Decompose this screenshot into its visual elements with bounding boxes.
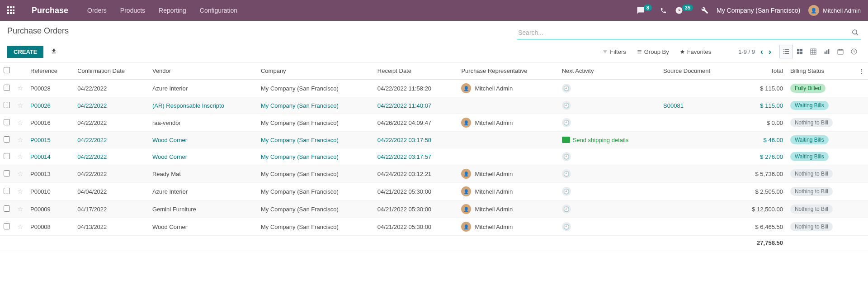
apps-icon[interactable]: [7, 6, 15, 14]
table-row[interactable]: ☆ P00013 04/22/2022 Ready Mat My Company…: [0, 165, 868, 183]
search-icon[interactable]: [852, 29, 859, 38]
th-source[interactable]: Source Document: [660, 62, 734, 80]
table-row[interactable]: ☆ P00008 04/13/2022 Wood Corner My Compa…: [0, 218, 868, 236]
pager[interactable]: 1-9 / 9: [738, 48, 755, 55]
table-row[interactable]: ☆ P00014 04/22/2022 Wood Corner My Compa…: [0, 148, 868, 165]
row-checkbox[interactable]: [4, 223, 10, 229]
star-icon[interactable]: ☆: [17, 136, 23, 143]
cell-status: Nothing to Bill: [787, 165, 855, 183]
download-icon[interactable]: [49, 46, 59, 57]
th-confirmation[interactable]: Confirmation Date: [74, 62, 149, 80]
star-icon[interactable]: ☆: [17, 119, 23, 126]
th-more-icon[interactable]: ⋮: [855, 62, 868, 80]
row-checkbox[interactable]: [4, 119, 10, 125]
activities-icon[interactable]: 35: [675, 6, 693, 14]
menu-orders[interactable]: Orders: [87, 7, 107, 14]
user-menu[interactable]: 👤 Mitchell Admin: [808, 5, 861, 16]
row-checkbox[interactable]: [4, 170, 10, 176]
company-selector[interactable]: My Company (San Francisco): [717, 7, 800, 14]
view-kanban-icon[interactable]: [793, 45, 807, 58]
star-icon[interactable]: ☆: [17, 223, 23, 230]
svg-rect-9: [811, 49, 816, 54]
table-row[interactable]: ☆ P00026 04/22/2022 (AR) Responsable Ins…: [0, 97, 868, 114]
row-checkbox[interactable]: [4, 136, 10, 143]
cell-ref: P00008: [27, 218, 74, 236]
row-checkbox[interactable]: [4, 85, 10, 91]
cell-rep: 👤Mitchell Admin: [458, 183, 558, 200]
table-row[interactable]: ☆ P00016 04/22/2022 raa-vendor My Compan…: [0, 114, 868, 132]
cell-source: [660, 165, 734, 183]
cell-status: Nothing to Bill: [787, 114, 855, 132]
th-reference[interactable]: Reference: [27, 62, 74, 80]
menu-reporting[interactable]: Reporting: [159, 7, 186, 14]
control-panel: Purchase Orders CREATE Filters Group By: [0, 21, 868, 62]
table-row[interactable]: ☆ P00009 04/17/2022 Gemini Furniture My …: [0, 200, 868, 218]
row-checkbox[interactable]: [4, 188, 10, 194]
discuss-icon[interactable]: 8: [637, 6, 652, 14]
clock-icon[interactable]: 🕘: [562, 187, 571, 196]
clock-icon[interactable]: 🕘: [562, 118, 571, 127]
view-pivot-icon[interactable]: [807, 45, 820, 58]
clock-icon[interactable]: 🕘: [562, 222, 571, 231]
table-row[interactable]: ☆ P00015 04/22/2022 Wood Corner My Compa…: [0, 132, 868, 148]
favorites-button[interactable]: Favorites: [680, 48, 711, 55]
row-checkbox[interactable]: [4, 205, 10, 212]
avatar: 👤: [461, 83, 471, 93]
pager-next-icon[interactable]: ›: [769, 47, 771, 57]
cell-rep: [458, 148, 558, 165]
row-checkbox[interactable]: [4, 102, 10, 108]
view-graph-icon[interactable]: [820, 45, 834, 58]
cell-receipt: 04/22/2022 11:40:07: [374, 97, 458, 114]
cell-receipt: 04/21/2022 05:30:00: [374, 200, 458, 218]
cell-total: $ 2,505.00: [734, 183, 787, 200]
clock-icon[interactable]: 🕘: [562, 169, 571, 178]
menu-products[interactable]: Products: [120, 7, 145, 14]
th-company[interactable]: Company: [257, 62, 374, 80]
cell-status: Nothing to Bill: [787, 200, 855, 218]
search-input[interactable]: [517, 26, 861, 39]
star-icon[interactable]: ☆: [17, 84, 23, 92]
cell-status: Waiting Bills: [787, 148, 855, 165]
phone-icon[interactable]: [660, 7, 667, 14]
filters-button[interactable]: Filters: [603, 48, 626, 55]
th-vendor[interactable]: Vendor: [149, 62, 257, 80]
view-calendar-icon[interactable]: [834, 45, 847, 58]
select-all-checkbox[interactable]: [4, 67, 10, 73]
cell-status: Waiting Bills: [787, 97, 855, 114]
star-icon[interactable]: ☆: [17, 152, 23, 160]
menu-configuration[interactable]: Configuration: [200, 7, 237, 14]
star-icon[interactable]: ☆: [17, 101, 23, 109]
clock-icon[interactable]: 🕘: [562, 101, 571, 110]
svg-rect-17: [838, 49, 843, 54]
cell-confirm: 04/22/2022: [74, 97, 149, 114]
avatar: 👤: [461, 204, 471, 214]
table-row[interactable]: ☆ P00010 04/04/2022 Azure Interior My Co…: [0, 183, 868, 200]
view-list-icon[interactable]: [779, 45, 793, 58]
create-button[interactable]: CREATE: [7, 46, 43, 58]
activity-planned[interactable]: Send shipping details: [562, 137, 656, 143]
clock-icon[interactable]: 🕘: [562, 84, 571, 93]
th-receipt[interactable]: Receipt Date: [374, 62, 458, 80]
th-total[interactable]: Total: [734, 62, 787, 80]
star-icon[interactable]: ☆: [17, 205, 23, 213]
pager-prev-icon[interactable]: ‹: [760, 47, 763, 57]
th-rep[interactable]: Purchase Representative: [458, 62, 558, 80]
clock-icon[interactable]: 🕘: [562, 205, 571, 214]
th-billing[interactable]: Billing Status: [787, 62, 855, 80]
debug-icon[interactable]: [701, 7, 708, 14]
table-row[interactable]: ☆ P00028 04/22/2022 Azure Interior My Co…: [0, 80, 868, 97]
star-icon[interactable]: ☆: [17, 170, 23, 177]
cell-vendor: Wood Corner: [149, 218, 257, 236]
app-title[interactable]: Purchase: [32, 6, 68, 15]
th-activity[interactable]: Next Activity: [558, 62, 660, 80]
star-icon[interactable]: ☆: [17, 187, 23, 195]
view-activity-icon[interactable]: [847, 45, 861, 58]
rep-name: Mitchell Admin: [475, 171, 513, 177]
groupby-button[interactable]: Group By: [637, 48, 669, 55]
row-checkbox[interactable]: [4, 153, 10, 159]
activities-badge: 35: [682, 5, 693, 11]
cell-activity: 🕘: [558, 183, 660, 200]
clock-icon[interactable]: 🕘: [562, 152, 571, 161]
cell-activity: 🕘: [558, 97, 660, 114]
cell-ref: P00013: [27, 165, 74, 183]
